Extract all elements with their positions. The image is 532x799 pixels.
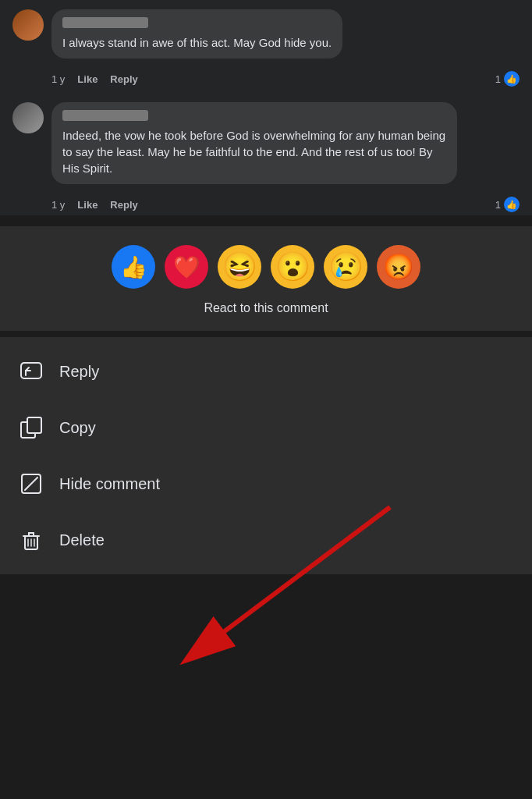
react-to-comment-label: React to this comment: [12, 301, 520, 315]
delete-label: Delete: [59, 531, 105, 549]
menu-item-reply[interactable]: Reply: [0, 343, 532, 400]
avatar-2: [12, 102, 44, 133]
reaction-love[interactable]: ❤️: [165, 245, 208, 289]
comment-item-2: Indeed, the vow he took before God is ov…: [0, 93, 532, 194]
comment-text-1: I always stand in awe of this act. May G…: [62, 34, 332, 51]
like-count-2: 1: [495, 199, 501, 211]
like-count-wrapper-2: 1 👍: [495, 197, 520, 212]
comment-actions-2: 1 y Like Reply 1 👍: [0, 194, 532, 215]
reply-icon: [19, 359, 44, 384]
comment-bubble-2: Indeed, the vow he took before God is ov…: [51, 102, 457, 184]
menu-item-copy[interactable]: Copy: [0, 400, 532, 456]
section-divider-2: [0, 331, 532, 337]
comment-item-1: I always stand in awe of this act. May G…: [0, 0, 532, 68]
menu-section: Reply Copy Hide comment: [0, 337, 532, 574]
reply-button-1[interactable]: Reply: [110, 73, 137, 85]
hide-comment-label: Hide comment: [59, 475, 160, 493]
reaction-haha[interactable]: 😆: [218, 245, 261, 289]
reaction-wow[interactable]: 😮: [271, 245, 314, 289]
comment-feed: I always stand in awe of this act. May G…: [0, 0, 532, 215]
reaction-sad[interactable]: 😢: [324, 245, 367, 289]
like-button-2[interactable]: Like: [77, 199, 98, 211]
commenter-name-2: [62, 110, 148, 121]
like-button-1[interactable]: Like: [77, 73, 98, 85]
like-icon-1: 👍: [504, 71, 520, 87]
hide-comment-icon: [19, 471, 44, 496]
comment-actions-1: 1 y Like Reply 1 👍: [0, 68, 532, 90]
like-count-wrapper-1: 1 👍: [495, 71, 520, 87]
avatar-1: [12, 9, 44, 41]
comment-bubble-1: I always stand in awe of this act. May G…: [51, 9, 342, 59]
section-divider: [0, 218, 532, 226]
comment-text-2: Indeed, the vow he took before God is ov…: [62, 127, 446, 176]
like-count-1: 1: [495, 73, 501, 85]
reaction-bar: 👍 ❤️ 😆 😮 😢 😡: [12, 245, 520, 289]
commenter-name-1: [62, 17, 148, 28]
like-icon-2: 👍: [504, 197, 520, 212]
svg-line-4: [25, 478, 37, 490]
menu-item-hide-comment[interactable]: Hide comment: [0, 456, 532, 512]
page-wrapper: I always stand in awe of this act. May G…: [0, 0, 532, 799]
svg-rect-2: [27, 417, 41, 433]
reaction-angry[interactable]: 😡: [377, 245, 420, 289]
reaction-section: 👍 ❤️ 😆 😮 😢 😡 React to this comment: [0, 226, 532, 331]
delete-icon: [19, 527, 44, 552]
reply-button-2[interactable]: Reply: [110, 199, 137, 211]
comment-time-1: 1 y: [51, 73, 65, 85]
reply-label: Reply: [59, 363, 99, 381]
comment-time-2: 1 y: [51, 199, 65, 211]
menu-item-delete[interactable]: Delete: [0, 512, 532, 568]
copy-label: Copy: [59, 419, 96, 437]
copy-icon: [19, 415, 44, 440]
reaction-like[interactable]: 👍: [112, 245, 155, 289]
